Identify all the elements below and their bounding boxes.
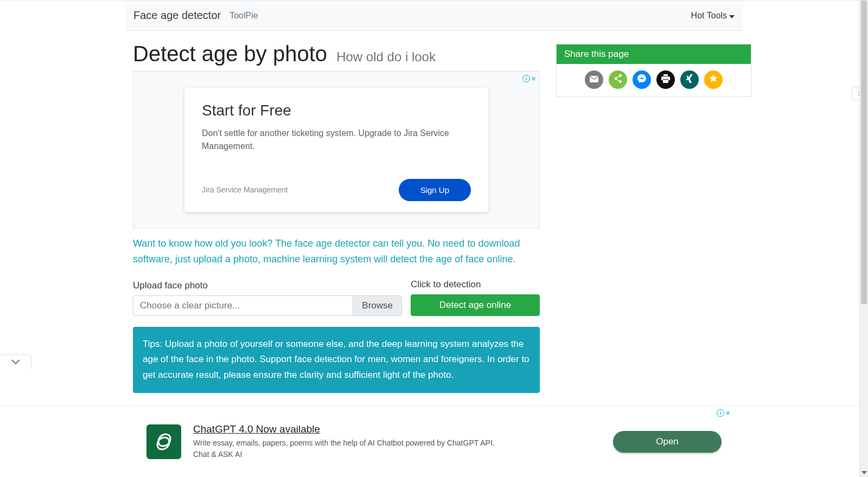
ad-card[interactable]: Start for Free Don't settle for another … <box>184 88 488 212</box>
navbar: Face age detector ToolPie Hot Tools <box>125 1 743 31</box>
detect-label: Click to detection <box>411 279 540 290</box>
email-icon <box>590 75 598 85</box>
ad-signup-button[interactable]: Sign Up <box>399 179 471 201</box>
scrollbar-down-arrow-icon[interactable] <box>860 468 868 477</box>
browse-button[interactable]: Browse <box>353 295 402 316</box>
ad-close-icon[interactable]: × <box>531 75 536 82</box>
hot-tools-label: Hot Tools <box>691 11 727 21</box>
share-icon <box>614 74 622 85</box>
bottom-ad-title[interactable]: ChatGPT 4.0 Now available <box>193 423 497 435</box>
xing-icon <box>685 74 694 85</box>
collapse-bottom-tab[interactable] <box>0 354 31 369</box>
hot-tools-dropdown[interactable]: Hot Tools <box>691 11 735 21</box>
share-generic-button[interactable] <box>609 70 627 89</box>
caret-down-icon <box>729 11 735 21</box>
bottom-ad-info-icon[interactable]: i <box>717 409 724 417</box>
bottom-ad-logo[interactable] <box>146 424 181 459</box>
ad-description: Don't settle for another ticketing syste… <box>202 127 462 153</box>
page-title: Detect age by photo How old do i look <box>133 41 540 67</box>
ad-info-icon[interactable]: i <box>522 75 530 82</box>
share-print-button[interactable] <box>656 70 675 89</box>
vertical-scrollbar[interactable] <box>859 1 868 477</box>
share-xing-button[interactable] <box>680 70 699 89</box>
bottom-ad-close-icon[interactable]: × <box>725 409 730 417</box>
page-title-main: Detect age by photo <box>133 42 327 66</box>
tips-panel: Tips: Upload a photo of yourself or some… <box>133 327 540 394</box>
ad-title: Start for Free <box>202 102 471 119</box>
share-title: Share this page <box>557 44 751 64</box>
messenger-icon <box>637 74 646 85</box>
file-input[interactable]: Choose a clear picture... <box>133 295 353 316</box>
brand-link-toolpie[interactable]: ToolPie <box>229 11 258 21</box>
knot-icon <box>153 431 175 453</box>
upload-label: Upload face photo <box>133 280 402 291</box>
bottom-ad-bar: i × ChatGPT 4.0 Now available Write essa… <box>0 405 868 477</box>
top-ad-slot: i × Start for Free Don't settle for anot… <box>133 71 540 228</box>
star-icon <box>709 74 718 85</box>
brand-title[interactable]: Face age detector <box>133 9 221 22</box>
share-favorite-button[interactable] <box>704 70 723 89</box>
detect-button[interactable]: Detect age online <box>411 294 540 316</box>
intro-text: Want to know how old you look? The face … <box>133 236 540 267</box>
share-card: Share this page <box>556 44 751 97</box>
ad-brand: Jira Service Management <box>202 185 288 194</box>
page-title-sub: How old do i look <box>336 49 436 64</box>
share-email-button[interactable] <box>585 70 603 89</box>
print-icon <box>661 74 670 85</box>
bottom-ad-open-button[interactable]: Open <box>613 431 722 453</box>
bottom-ad-desc: Write essay, emails, papers, poems with … <box>193 437 497 460</box>
chevron-down-icon <box>11 359 20 365</box>
scrollbar-thumb[interactable] <box>861 1 867 304</box>
share-messenger-button[interactable] <box>633 70 651 89</box>
